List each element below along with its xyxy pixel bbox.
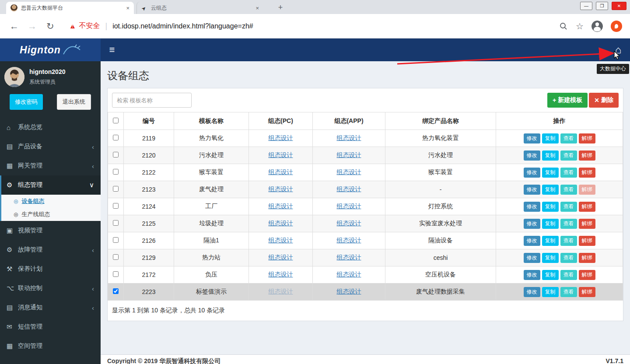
sidebar-item-space[interactable]: ▦空间管理: [0, 336, 101, 356]
close-button[interactable]: ✕: [612, 2, 626, 10]
sidebar-subitem[interactable]: ◎设备组态: [1, 195, 101, 208]
sidebar-item-linkage[interactable]: ⌥联动控制‹: [0, 279, 101, 298]
sidebar-item-sms[interactable]: ✉短信管理: [0, 317, 101, 336]
sidebar-item-gateway[interactable]: ▦网关管理‹: [0, 156, 101, 175]
row-checkbox[interactable]: [113, 203, 119, 209]
sidebar-item-fault[interactable]: ⚙故障管理‹: [0, 240, 101, 259]
row-checkbox[interactable]: [113, 254, 119, 260]
app-config-link[interactable]: 组态设计: [337, 288, 361, 295]
unbind-action-button[interactable]: 解绑: [579, 253, 595, 263]
app-config-link[interactable]: 组态设计: [337, 186, 361, 192]
view-action-button[interactable]: 查看: [560, 202, 577, 212]
pc-config-link[interactable]: 组态设计: [269, 203, 293, 210]
sidebar-toggle-button[interactable]: ≡: [102, 38, 122, 61]
app-config-link[interactable]: 组态设计: [337, 254, 361, 261]
logout-button[interactable]: 退出系统: [57, 94, 91, 110]
view-action-button[interactable]: 查看: [560, 236, 577, 246]
pc-config-link[interactable]: 组态设计: [269, 151, 293, 158]
row-checkbox[interactable]: [113, 271, 119, 277]
new-template-button[interactable]: + 新建模板: [547, 93, 588, 108]
edit-action-button[interactable]: 修改: [524, 185, 540, 195]
edit-action-button[interactable]: 修改: [524, 219, 540, 229]
app-config-link[interactable]: 组态设计: [337, 151, 361, 158]
pc-config-link[interactable]: 组态设计: [269, 288, 293, 295]
edit-action-button[interactable]: 修改: [524, 202, 540, 212]
view-action-button[interactable]: 查看: [560, 270, 577, 280]
edit-action-button[interactable]: 修改: [524, 270, 540, 280]
unbind-action-button[interactable]: 解绑: [579, 202, 595, 212]
unbind-action-button[interactable]: 解绑: [579, 236, 595, 246]
app-config-link[interactable]: 组态设计: [337, 134, 361, 141]
app-config-link[interactable]: 组态设计: [337, 168, 361, 175]
unbind-action-button[interactable]: 解绑: [579, 185, 595, 195]
app-config-link[interactable]: 组态设计: [337, 203, 361, 210]
row-checkbox[interactable]: [113, 169, 119, 175]
copy-action-button[interactable]: 复制: [542, 253, 559, 263]
sidebar-subitem[interactable]: ◎生产线组态: [1, 208, 101, 221]
bookmark-star-icon[interactable]: ☆: [576, 21, 584, 32]
edit-action-button[interactable]: 修改: [524, 168, 540, 178]
restore-button[interactable]: ❐: [596, 2, 608, 10]
unbind-action-button[interactable]: 解绑: [579, 270, 595, 280]
edit-action-button[interactable]: 修改: [524, 236, 540, 246]
copy-action-button[interactable]: 复制: [542, 133, 559, 144]
row-checkbox[interactable]: [113, 152, 119, 158]
pc-config-link[interactable]: 组态设计: [269, 134, 293, 141]
sidebar-item-video[interactable]: ▣视频管理: [0, 221, 101, 240]
change-password-button[interactable]: 修改密码: [10, 94, 43, 110]
pc-config-link[interactable]: 组态设计: [269, 220, 293, 227]
browser-tab-active[interactable]: 思普云大数据平台 ×: [6, 2, 134, 14]
view-action-button[interactable]: 查看: [560, 287, 577, 297]
delete-button[interactable]: ✕ 删除: [589, 93, 619, 108]
forward-icon[interactable]: →: [28, 21, 37, 32]
browser-update-icon[interactable]: [611, 21, 622, 32]
copy-action-button[interactable]: 复制: [542, 219, 559, 229]
view-action-button[interactable]: 查看: [560, 253, 577, 263]
row-checkbox[interactable]: [113, 220, 119, 226]
view-action-button[interactable]: 查看: [560, 168, 577, 178]
copy-action-button[interactable]: 复制: [542, 287, 559, 297]
row-checkbox[interactable]: [113, 186, 119, 192]
edit-action-button[interactable]: 修改: [524, 150, 540, 161]
row-checkbox[interactable]: [113, 135, 119, 140]
tab-close-icon[interactable]: ×: [126, 5, 130, 11]
browser-tab-inactive[interactable]: ➤ 云组态 ×: [136, 2, 263, 14]
view-action-button[interactable]: 查看: [560, 133, 577, 144]
select-all-checkbox[interactable]: [113, 118, 119, 123]
security-warning-icon[interactable]: ▲: [69, 22, 77, 30]
security-warning-label[interactable]: 不安全: [79, 21, 100, 31]
app-config-link[interactable]: 组态设计: [337, 271, 361, 278]
back-icon[interactable]: ←: [10, 21, 19, 32]
row-checkbox[interactable]: [113, 288, 119, 294]
pc-config-link[interactable]: 组态设计: [269, 254, 293, 261]
search-input[interactable]: [112, 93, 192, 108]
sidebar-item-maintain[interactable]: ⚒保养计划: [0, 259, 101, 279]
refresh-icon[interactable]: ↻: [46, 21, 54, 32]
pc-config-link[interactable]: 组态设计: [269, 186, 293, 192]
edit-action-button[interactable]: 修改: [524, 287, 540, 297]
sidebar-item-scada[interactable]: ⚙组态管理∨: [0, 175, 101, 195]
address-bar[interactable]: iot.idosp.net/admin/index.html?language=…: [112, 22, 253, 30]
sidebar-item-overview[interactable]: ⌂系统总览: [0, 118, 101, 137]
zoom-icon[interactable]: [559, 22, 568, 31]
copy-action-button[interactable]: 复制: [542, 185, 559, 195]
tab-close-icon[interactable]: ×: [256, 5, 259, 11]
unbind-action-button[interactable]: 解绑: [579, 219, 595, 229]
sidebar-item-message[interactable]: ▤消息通知‹: [0, 298, 101, 317]
copy-action-button[interactable]: 复制: [542, 236, 559, 246]
pc-config-link[interactable]: 组态设计: [269, 168, 293, 175]
unbind-action-button[interactable]: 解绑: [579, 287, 595, 297]
pc-config-link[interactable]: 组态设计: [269, 271, 293, 278]
bigdata-center-button[interactable]: ⌂: [608, 38, 628, 61]
copy-action-button[interactable]: 复制: [542, 270, 559, 280]
view-action-button[interactable]: 查看: [560, 185, 577, 195]
view-action-button[interactable]: 查看: [560, 150, 577, 161]
browser-profile-icon[interactable]: [592, 21, 603, 32]
unbind-action-button[interactable]: 解绑: [579, 168, 595, 178]
unbind-action-button[interactable]: 解绑: [579, 133, 595, 144]
row-checkbox[interactable]: [113, 237, 119, 243]
copy-action-button[interactable]: 复制: [542, 168, 559, 178]
minimize-button[interactable]: —: [580, 2, 592, 10]
copy-action-button[interactable]: 复制: [542, 150, 559, 161]
new-tab-button[interactable]: +: [276, 3, 285, 12]
